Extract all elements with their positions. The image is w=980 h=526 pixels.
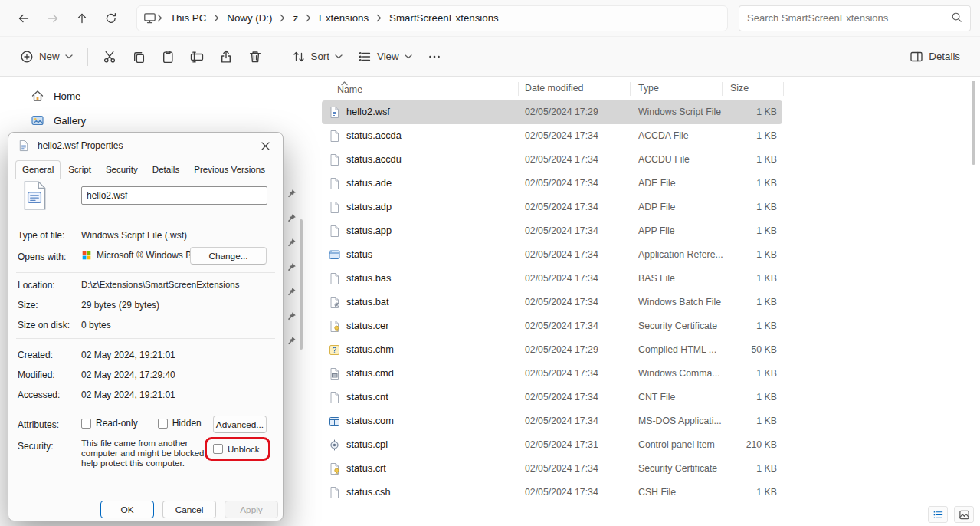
refresh-button[interactable] bbox=[97, 5, 126, 31]
back-button[interactable] bbox=[9, 5, 38, 31]
change-button[interactable]: Change... bbox=[190, 247, 267, 265]
file-size: 210 KB bbox=[717, 439, 777, 450]
details-button[interactable]: Details bbox=[902, 43, 968, 71]
breadcrumb-item[interactable]: Nowy (D:) bbox=[220, 8, 279, 28]
dialog-close-button[interactable] bbox=[254, 136, 277, 155]
file-type: CNT File bbox=[638, 392, 724, 403]
sidebar-item-label: Home bbox=[54, 90, 80, 102]
up-arrow-icon bbox=[75, 12, 89, 25]
share-button[interactable] bbox=[211, 43, 241, 71]
view-button[interactable]: View bbox=[350, 43, 420, 71]
file-type: Control panel item bbox=[638, 439, 724, 450]
file-row[interactable]: status.crt02/05/2024 17:34Security Certi… bbox=[322, 457, 782, 481]
search-box[interactable] bbox=[739, 5, 971, 31]
column-header-type[interactable]: Type bbox=[638, 83, 659, 94]
ok-button[interactable]: OK bbox=[100, 501, 154, 518]
file-name: status bbox=[346, 248, 518, 260]
file-row[interactable]: status.cnt02/05/2024 17:34CNT File1 KB bbox=[322, 386, 782, 409]
forward-arrow-icon bbox=[46, 12, 60, 25]
close-icon bbox=[261, 142, 270, 150]
advanced-button[interactable]: Advanced... bbox=[213, 416, 267, 433]
file-row[interactable]: status.cmd02/05/2024 17:34Windows Comma.… bbox=[322, 362, 782, 386]
file-row[interactable]: hello2.wsf02/05/2024 17:29Windows Script… bbox=[322, 100, 782, 124]
large-icons-view-toggle[interactable] bbox=[954, 506, 974, 523]
breadcrumb-item[interactable]: Extensions bbox=[312, 8, 375, 28]
file-name: status.cnt bbox=[346, 391, 518, 403]
file-row[interactable]: status.ade02/05/2024 17:34ADE File1 KB bbox=[322, 172, 782, 196]
column-separator[interactable] bbox=[630, 82, 631, 96]
pin-icon bbox=[287, 262, 297, 287]
file-type: ACCDA File bbox=[638, 130, 724, 141]
paste-button[interactable] bbox=[153, 43, 182, 71]
file-row[interactable]: status.bat02/05/2024 17:34Windows Batch … bbox=[322, 291, 782, 314]
file-type: APP File bbox=[638, 225, 724, 236]
file-row[interactable]: status.bas02/05/2024 17:34BAS File1 KB bbox=[322, 267, 782, 291]
filename-input[interactable] bbox=[81, 186, 267, 205]
file-date-modified: 02/05/2024 17:34 bbox=[525, 178, 598, 189]
sidebar-scrollbar[interactable] bbox=[300, 219, 303, 350]
more-button[interactable] bbox=[420, 43, 449, 71]
file-date-modified: 02/05/2024 17:34 bbox=[525, 130, 598, 141]
cancel-button[interactable]: Cancel bbox=[162, 501, 216, 518]
file-type: ADP File bbox=[638, 202, 724, 212]
hidden-checkbox[interactable] bbox=[158, 419, 168, 429]
copy-button[interactable] bbox=[124, 43, 153, 71]
sidebar-item-home[interactable]: Home bbox=[5, 84, 300, 108]
tab-details[interactable]: Details bbox=[146, 160, 186, 179]
new-button[interactable]: New bbox=[12, 43, 80, 71]
file-size: 1 KB bbox=[717, 273, 777, 284]
delete-button[interactable] bbox=[241, 43, 270, 71]
column-header-date-modified[interactable]: Date modified bbox=[525, 83, 583, 94]
file-row[interactable]: status.accda02/05/2024 17:34ACCDA File1 … bbox=[322, 124, 782, 148]
file-date-modified: 02/05/2024 17:34 bbox=[525, 416, 598, 426]
column-separator[interactable] bbox=[722, 82, 723, 96]
column-header-size[interactable]: Size bbox=[730, 83, 749, 94]
file-row[interactable]: status02/05/2024 17:34Application Refere… bbox=[322, 243, 782, 267]
breadcrumb-item[interactable]: SmartScreenExtensions bbox=[382, 8, 506, 28]
chevron-down-icon bbox=[65, 54, 73, 59]
hidden-label: Hidden bbox=[172, 418, 202, 429]
file-icon bbox=[328, 248, 341, 261]
sort-button[interactable]: Sort bbox=[284, 43, 350, 71]
file-row[interactable]: status.csh02/05/2024 17:34CSH File1 KB bbox=[322, 481, 782, 505]
details-view-toggle[interactable] bbox=[928, 506, 948, 523]
column-separator[interactable] bbox=[518, 82, 519, 96]
file-type-icon-large bbox=[21, 180, 48, 213]
breadcrumb-item[interactable]: z bbox=[286, 8, 305, 28]
vertical-scrollbar[interactable] bbox=[972, 81, 975, 165]
search-input[interactable] bbox=[747, 12, 946, 24]
file-row[interactable]: status.accdu02/05/2024 17:34ACCDU File1 … bbox=[322, 148, 782, 172]
dialog-titlebar[interactable]: hello2.wsf Properties bbox=[8, 133, 283, 159]
tab-security[interactable]: Security bbox=[99, 160, 145, 179]
file-row[interactable]: status.app02/05/2024 17:34APP File1 KB bbox=[322, 219, 782, 243]
modified-label: Modified: bbox=[18, 370, 55, 380]
cut-button[interactable] bbox=[95, 43, 124, 71]
tab-script[interactable]: Script bbox=[61, 160, 98, 179]
file-row[interactable]: status.cer02/05/2024 17:34Security Certi… bbox=[322, 314, 782, 338]
file-icon bbox=[328, 153, 341, 166]
file-name: status.adp bbox=[346, 201, 518, 212]
file-type: Windows Batch File bbox=[638, 297, 724, 307]
rename-button[interactable] bbox=[182, 43, 211, 71]
address-bar[interactable]: This PCNowy (D:)zExtensionsSmartScreenEx… bbox=[136, 5, 728, 31]
column-separator[interactable] bbox=[783, 82, 784, 96]
file-type: Security Certificate bbox=[638, 321, 724, 331]
accessed-label: Accessed: bbox=[18, 390, 60, 400]
up-button[interactable] bbox=[67, 5, 97, 31]
file-row[interactable]: status.adp02/05/2024 17:34ADP File1 KB bbox=[322, 196, 782, 219]
sidebar-item-gallery[interactable]: Gallery bbox=[5, 108, 300, 133]
tab-previous-versions[interactable]: Previous Versions bbox=[187, 160, 272, 179]
breadcrumb-chevron-icon bbox=[156, 14, 163, 22]
readonly-checkbox[interactable] bbox=[81, 419, 91, 429]
search-icon bbox=[951, 12, 962, 25]
file-row[interactable]: status.cpl02/05/2024 17:31Control panel … bbox=[322, 433, 782, 457]
breadcrumb-item[interactable]: This PC bbox=[163, 8, 213, 28]
tab-general[interactable]: General bbox=[15, 160, 61, 179]
file-name: status.accdu bbox=[346, 153, 518, 165]
file-size: 1 KB bbox=[717, 321, 777, 331]
file-row[interactable]: status.com02/05/2024 17:34MS-DOS Applica… bbox=[322, 409, 782, 433]
unblock-checkbox[interactable] bbox=[213, 444, 223, 454]
file-date-modified: 02/05/2024 17:34 bbox=[525, 487, 598, 498]
file-row[interactable]: status.chm02/05/2024 17:29Compiled HTML … bbox=[322, 338, 782, 362]
column-header-name[interactable]: Name bbox=[337, 84, 362, 95]
